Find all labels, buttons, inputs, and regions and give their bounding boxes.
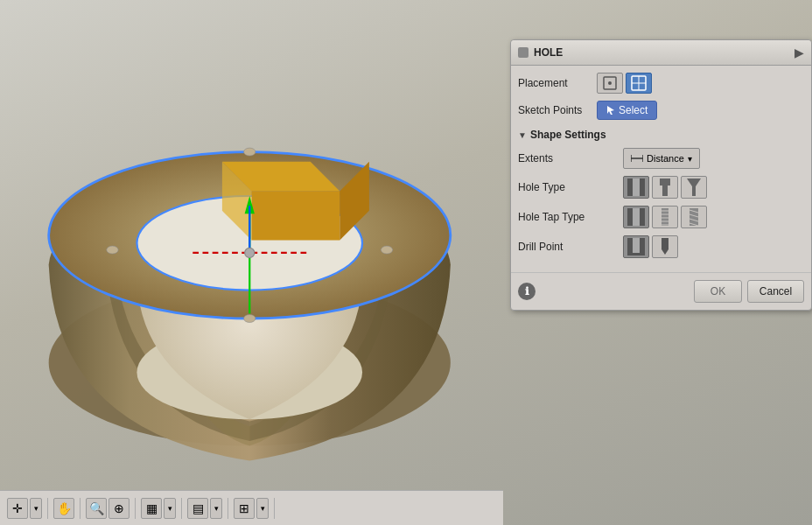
extents-dropdown-btn[interactable]: Distance ▾ — [623, 148, 700, 169]
grid-btn[interactable]: ⊞ — [234, 498, 255, 519]
svg-rect-52 — [633, 238, 640, 252]
move-tool-btn[interactable]: ✛ — [7, 498, 28, 519]
svg-rect-55 — [662, 238, 668, 249]
3d-scene — [0, 0, 503, 490]
svg-marker-11 — [252, 191, 340, 240]
shape-settings-title: Shape Settings — [530, 129, 606, 141]
toolbar-group-pan: ✋ — [53, 498, 80, 519]
toolbar-group-move: ✛ ▾ — [7, 498, 48, 519]
info-button[interactable]: ℹ — [518, 283, 536, 300]
placement-row: Placement — [518, 73, 804, 94]
placement-btn-1[interactable] — [597, 73, 623, 94]
extents-row: Extents Distance ▾ — [518, 148, 804, 169]
svg-point-18 — [245, 248, 255, 257]
hole-tap-type-row: Hole Tap Type — [518, 206, 804, 228]
panel-pin[interactable] — [518, 47, 528, 58]
zoom-btn[interactable]: 🔍 — [86, 498, 107, 519]
placement-label: Placement — [518, 77, 597, 89]
view-btn1[interactable]: ▦ — [141, 498, 162, 519]
placement-buttons — [597, 73, 652, 94]
bottom-toolbar: ✛ ▾ ✋ 🔍 ⊕ ▦ ▾ ▤ ▾ ⊞ ▾ — [0, 490, 503, 525]
svg-marker-24 — [607, 106, 614, 115]
hole-tap-type-controls — [623, 206, 707, 228]
extents-controls: Distance ▾ — [623, 148, 700, 169]
extents-dropdown-arrow: ▾ — [688, 154, 692, 164]
zoom-fit-btn[interactable]: ⊕ — [108, 498, 130, 519]
hole-panel: HOLE ▶ Placement — [510, 39, 812, 311]
svg-rect-31 — [660, 178, 670, 186]
svg-point-8 — [244, 148, 256, 156]
drill-point-row: Drill Point — [518, 235, 804, 258]
svg-rect-29 — [633, 178, 640, 196]
sketch-points-row: Sketch Points Select — [518, 101, 804, 120]
panel-header: HOLE ▶ — [511, 40, 811, 66]
panel-body: Placement — [511, 66, 811, 272]
tap-type-simple[interactable] — [623, 206, 649, 228]
svg-rect-32 — [662, 186, 668, 196]
shape-settings-header[interactable]: ▼ Shape Settings — [518, 129, 804, 141]
grid-dropdown[interactable]: ▾ — [256, 498, 269, 519]
extents-value: Distance — [647, 153, 684, 164]
hole-tap-type-label: Hole Tap Type — [518, 211, 623, 223]
svg-point-6 — [107, 246, 118, 254]
placement-btn-2[interactable] — [626, 73, 652, 94]
svg-rect-37 — [633, 208, 640, 226]
panel-footer: ℹ OK Cancel — [511, 272, 811, 310]
footer-buttons: OK Cancel — [694, 280, 804, 303]
section-triangle: ▼ — [518, 130, 527, 140]
panel-header-left: HOLE — [518, 46, 563, 59]
hole-type-controls — [623, 176, 707, 199]
toolbar-group-display: ▤ ▾ — [187, 498, 228, 519]
viewport: ✛ ▾ ✋ 🔍 ⊕ ▦ ▾ ▤ ▾ ⊞ ▾ HOLE — [0, 0, 812, 525]
toolbar-group-grid: ⊞ ▾ — [234, 498, 275, 519]
panel-expand-arrow[interactable]: ▶ — [794, 46, 804, 60]
display-btn[interactable]: ▤ — [187, 498, 208, 519]
view-btn1-dropdown[interactable]: ▾ — [164, 498, 176, 519]
pan-btn[interactable]: ✋ — [53, 498, 74, 519]
hole-type-counterbore[interactable] — [652, 176, 678, 199]
drill-point-label: Drill Point — [518, 241, 623, 253]
move-tool-dropdown[interactable]: ▾ — [30, 498, 42, 519]
display-btn-dropdown[interactable]: ▾ — [210, 498, 222, 519]
cancel-button[interactable]: Cancel — [747, 280, 804, 303]
svg-point-20 — [608, 81, 612, 85]
toolbar-group-zoom: 🔍 ⊕ — [86, 498, 136, 519]
hole-type-row: Hole Type — [518, 176, 804, 199]
tap-type-tapped[interactable] — [681, 206, 707, 228]
svg-point-7 — [381, 246, 392, 254]
drill-point-controls — [623, 235, 678, 258]
select-button[interactable]: Select — [597, 101, 657, 120]
svg-point-9 — [244, 315, 256, 323]
select-label: Select — [619, 104, 648, 116]
hole-type-simple[interactable] — [623, 176, 649, 199]
toolbar-group-view: ▦ ▾ — [141, 498, 182, 519]
extents-label: Extents — [518, 152, 623, 164]
drill-point-flat[interactable] — [623, 235, 649, 258]
panel-title: HOLE — [534, 46, 563, 59]
hole-type-label: Hole Type — [518, 181, 623, 193]
svg-rect-35 — [692, 186, 696, 196]
hole-type-countersink[interactable] — [681, 176, 707, 199]
tap-type-threaded[interactable] — [652, 206, 678, 228]
sketch-points-label: Sketch Points — [518, 104, 597, 116]
scene-area — [0, 0, 503, 490]
drill-point-angled[interactable] — [652, 235, 678, 258]
ok-button[interactable]: OK — [694, 280, 742, 303]
